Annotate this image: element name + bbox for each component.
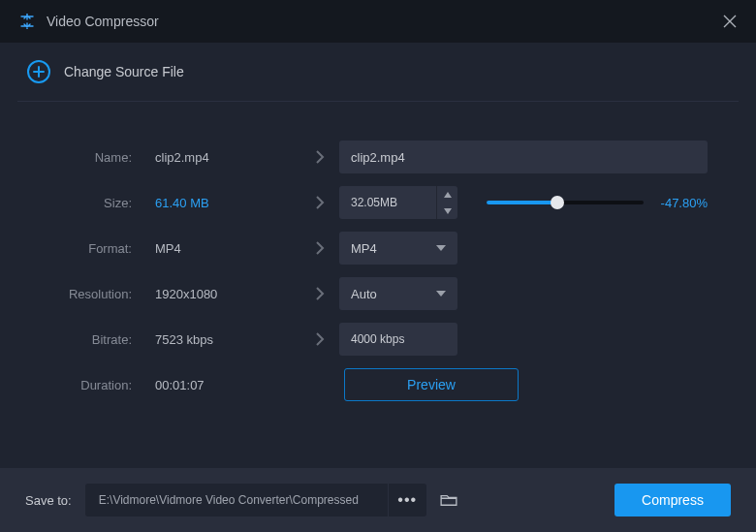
chevron-down-icon — [436, 245, 446, 251]
footer: Save to: E:\Vidmore\Vidmore Video Conver… — [0, 468, 756, 532]
src-name: clip2.mp4 — [136, 150, 300, 165]
arrow-icon — [300, 149, 339, 165]
window-title: Video Compressor — [47, 14, 723, 29]
compress-icon — [19, 14, 35, 29]
row-bitrate: Bitrate: 7523 kbps — [39, 323, 717, 356]
add-source-button[interactable] — [27, 60, 50, 83]
row-name: Name: clip2.mp4 — [39, 141, 717, 173]
save-to-label: Save to: — [25, 493, 72, 508]
label-resolution: Resolution: — [39, 287, 136, 301]
resolution-value: Auto — [351, 287, 436, 301]
row-format: Format: MP4 MP4 — [39, 232, 717, 265]
format-select[interactable]: MP4 — [339, 232, 457, 265]
label-name: Name: — [39, 150, 136, 165]
arrow-icon — [300, 331, 339, 347]
browse-button[interactable]: ••• — [388, 484, 426, 516]
src-size: 61.40 MB — [136, 196, 300, 210]
row-duration: Duration: 00:01:07 Preview — [39, 368, 717, 401]
compress-button[interactable]: Compress — [614, 484, 731, 516]
bitrate-input[interactable] — [339, 323, 457, 356]
size-slider[interactable] — [487, 196, 644, 209]
open-folder-button[interactable] — [432, 484, 465, 516]
form-area: Name: clip2.mp4 Size: 61.40 MB 32.05MB -… — [0, 102, 756, 433]
src-duration: 00:01:07 — [136, 378, 300, 392]
row-size: Size: 61.40 MB 32.05MB -47.80% — [39, 186, 717, 219]
src-bitrate: 7523 kbps — [136, 332, 300, 347]
size-down-button[interactable] — [437, 203, 457, 219]
save-path-box: E:\Vidmore\Vidmore Video Converter\Compr… — [85, 484, 426, 516]
arrow-icon — [300, 240, 339, 256]
slider-thumb[interactable] — [551, 196, 564, 209]
label-format: Format: — [39, 241, 136, 256]
change-source-label: Change Source File — [64, 64, 184, 79]
close-button[interactable] — [723, 15, 737, 28]
label-size: Size: — [39, 196, 136, 210]
size-percent: -47.80% — [661, 196, 708, 210]
format-value: MP4 — [351, 241, 436, 256]
name-input[interactable] — [339, 141, 708, 173]
change-source-row: Change Source File — [0, 43, 756, 101]
row-resolution: Resolution: 1920x1080 Auto — [39, 277, 717, 310]
save-path: E:\Vidmore\Vidmore Video Converter\Compr… — [85, 493, 388, 507]
size-value: 32.05MB — [339, 196, 436, 209]
src-format: MP4 — [136, 241, 300, 256]
arrow-icon — [300, 286, 339, 301]
resolution-select[interactable]: Auto — [339, 277, 457, 310]
preview-button[interactable]: Preview — [344, 368, 519, 401]
size-up-button[interactable] — [437, 186, 457, 203]
chevron-down-icon — [436, 291, 446, 297]
arrow-icon — [300, 195, 339, 210]
size-spinner[interactable]: 32.05MB — [339, 186, 457, 219]
titlebar: Video Compressor — [0, 0, 756, 43]
src-resolution: 1920x1080 — [136, 287, 300, 301]
label-duration: Duration: — [39, 378, 136, 392]
label-bitrate: Bitrate: — [39, 332, 136, 347]
